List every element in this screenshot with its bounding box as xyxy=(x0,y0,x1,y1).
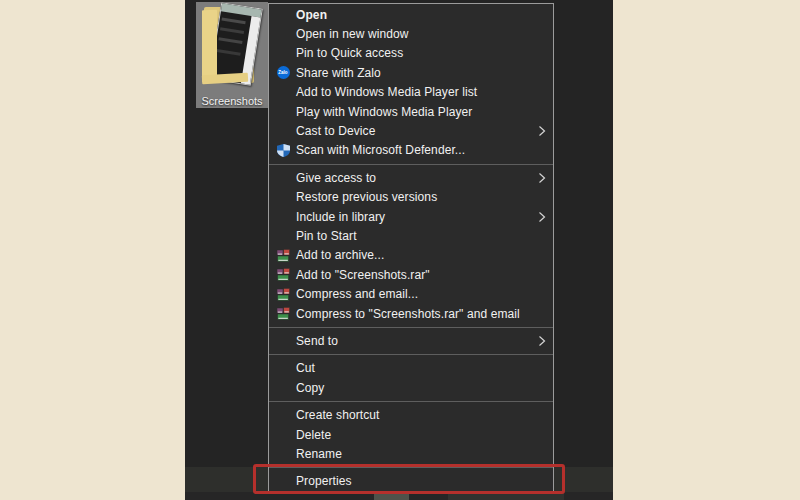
icon-spacer xyxy=(276,361,290,375)
menu-item-label: Copy xyxy=(296,381,324,395)
menu-item-play-with-windows-media-player[interactable]: Play with Windows Media Player xyxy=(269,102,553,121)
icon-spacer xyxy=(276,124,290,138)
menu-item-label: Share with Zalo xyxy=(296,66,381,80)
menu-item-label: Compress and email... xyxy=(296,287,418,301)
icon-spacer xyxy=(276,408,290,422)
menu-item-label: Restore previous versions xyxy=(296,190,437,204)
context-menu: OpenOpen in new windowPin to Quick acces… xyxy=(268,3,554,493)
defender-icon xyxy=(276,143,290,157)
menu-item-scan-with-microsoft-defender[interactable]: Scan with Microsoft Defender... xyxy=(269,141,553,160)
menu-item-label: Play with Windows Media Player xyxy=(296,105,472,119)
menu-item-label: Add to archive... xyxy=(296,248,384,262)
icon-spacer xyxy=(276,428,290,442)
menu-item-compress-to-screenshots-rar-and-email[interactable]: Compress to "Screenshots.rar" and email xyxy=(269,304,553,323)
menu-item-label: Scan with Microsoft Defender... xyxy=(296,143,465,157)
menu-item-share-with-zalo[interactable]: ZaloShare with Zalo xyxy=(269,63,553,82)
menu-separator xyxy=(269,164,553,165)
icon-spacer xyxy=(276,8,290,22)
menu-item-label: Delete xyxy=(296,428,331,442)
menu-item-add-to-archive[interactable]: Add to archive... xyxy=(269,246,553,265)
icon-spacer xyxy=(276,190,290,204)
menu-item-label: Open in new window xyxy=(296,27,409,41)
chevron-right-icon xyxy=(538,211,546,223)
menu-item-label: Create shortcut xyxy=(296,408,380,422)
menu-separator xyxy=(269,401,553,402)
zalo-icon: Zalo xyxy=(276,66,290,80)
menu-item-cast-to-device[interactable]: Cast to Device xyxy=(269,121,553,140)
menu-item-include-in-library[interactable]: Include in library xyxy=(269,207,553,226)
menu-separator xyxy=(269,327,553,328)
icon-spacer xyxy=(276,27,290,41)
menu-item-label: Send to xyxy=(296,334,338,348)
folder-front-flap xyxy=(202,10,217,83)
selected-folder-tile[interactable]: Screenshots xyxy=(196,2,268,108)
menu-separator xyxy=(269,354,553,355)
menu-item-label: Include in library xyxy=(296,210,385,224)
winrar-icon xyxy=(276,268,290,282)
menu-item-pin-to-quick-access[interactable]: Pin to Quick access xyxy=(269,44,553,63)
chevron-right-icon xyxy=(538,172,546,184)
annotation-highlight-box xyxy=(253,464,565,494)
icon-spacer xyxy=(276,105,290,119)
menu-item-send-to[interactable]: Send to xyxy=(269,331,553,350)
menu-item-label: Cast to Device xyxy=(296,124,375,138)
chevron-right-icon xyxy=(538,125,546,137)
menu-item-label: Cut xyxy=(296,361,315,375)
icon-spacer xyxy=(276,85,290,99)
menu-item-open-in-new-window[interactable]: Open in new window xyxy=(269,24,553,43)
menu-item-cut[interactable]: Cut xyxy=(269,359,553,378)
menu-item-label: Open xyxy=(296,8,327,22)
menu-item-label: Add to Windows Media Player list xyxy=(296,85,477,99)
icon-spacer xyxy=(276,46,290,60)
menu-item-label: Pin to Quick access xyxy=(296,46,403,60)
menu-item-delete[interactable]: Delete xyxy=(269,425,553,444)
icon-spacer xyxy=(276,171,290,185)
winrar-icon xyxy=(276,307,290,321)
winrar-icon xyxy=(276,248,290,262)
menu-item-give-access-to[interactable]: Give access to xyxy=(269,168,553,187)
menu-item-compress-and-email[interactable]: Compress and email... xyxy=(269,284,553,303)
menu-item-add-to-windows-media-player-list[interactable]: Add to Windows Media Player list xyxy=(269,83,553,102)
menu-item-label: Give access to xyxy=(296,171,376,185)
preview-titlebar xyxy=(221,3,262,17)
winrar-icon xyxy=(276,287,290,301)
menu-item-restore-previous-versions[interactable]: Restore previous versions xyxy=(269,188,553,207)
icon-spacer xyxy=(276,447,290,461)
menu-item-pin-to-start[interactable]: Pin to Start xyxy=(269,226,553,245)
menu-item-create-shortcut[interactable]: Create shortcut xyxy=(269,405,553,424)
menu-item-open[interactable]: Open xyxy=(269,5,553,24)
menu-item-rename[interactable]: Rename xyxy=(269,444,553,463)
menu-item-copy[interactable]: Copy xyxy=(269,378,553,397)
menu-item-label: Compress to "Screenshots.rar" and email xyxy=(296,307,520,321)
icon-spacer xyxy=(276,334,290,348)
icon-spacer xyxy=(276,210,290,224)
menu-item-add-to-screenshots-rar[interactable]: Add to "Screenshots.rar" xyxy=(269,265,553,284)
icon-spacer xyxy=(276,229,290,243)
folder-label: Screenshots xyxy=(196,95,268,107)
menu-item-label: Pin to Start xyxy=(296,229,357,243)
menu-item-label: Add to "Screenshots.rar" xyxy=(296,268,430,282)
chevron-right-icon xyxy=(538,335,546,347)
menu-item-label: Rename xyxy=(296,447,342,461)
icon-spacer xyxy=(276,381,290,395)
